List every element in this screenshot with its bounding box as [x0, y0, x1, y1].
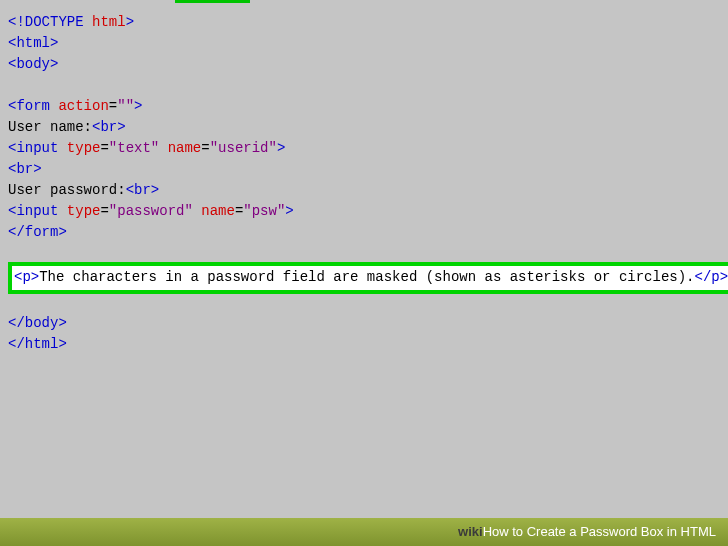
tag-input1-close: >: [277, 140, 285, 156]
tag-doctype-open: <!DOCTYPE: [8, 14, 84, 30]
tag-html-close: </html>: [8, 336, 67, 352]
tag-form-close: </form>: [8, 224, 67, 240]
attr-type1-val: "text": [109, 140, 159, 156]
tag-input1-open: <input: [8, 140, 58, 156]
attr-name2-val: "psw": [243, 203, 285, 219]
eq3: =: [201, 140, 209, 156]
attr-action: action: [50, 98, 109, 114]
tag-input2-open: <input: [8, 203, 58, 219]
text-userpassword-label: User password:: [8, 182, 126, 198]
tag-body-close: </body>: [8, 315, 67, 331]
footer-brand-prefix: wiki: [458, 524, 483, 539]
footer-bar: wikiHow to Create a Password Box in HTML: [0, 518, 728, 546]
text-paragraph: The characters in a password field are m…: [39, 269, 694, 285]
tag-body-open: <body>: [8, 56, 58, 72]
tag-doctype-close: >: [126, 14, 134, 30]
attr-name1: name: [159, 140, 201, 156]
tag-input2-close: >: [285, 203, 293, 219]
attr-type2-val: "password": [109, 203, 193, 219]
tag-html-open: <html>: [8, 35, 58, 51]
eq4: =: [100, 203, 108, 219]
attr-name1-val: "userid": [210, 140, 277, 156]
tag-form-close-a: >: [134, 98, 142, 114]
tag-br-3: <br>: [126, 182, 160, 198]
text-username-label: User name:: [8, 119, 92, 135]
eq2: =: [100, 140, 108, 156]
highlighted-paragraph-line: <p>The characters in a password field ar…: [8, 262, 728, 294]
tag-form-open: <form: [8, 98, 50, 114]
attr-type1: type: [58, 140, 100, 156]
attr-type2: type: [58, 203, 100, 219]
tag-p-open: <p>: [14, 269, 39, 285]
attr-name2: name: [193, 203, 235, 219]
footer-title: How to Create a Password Box in HTML: [483, 524, 716, 539]
attr-action-val: "": [117, 98, 134, 114]
tag-br-1: <br>: [92, 119, 126, 135]
attr-html: html: [84, 14, 126, 30]
top-green-accent: [175, 0, 250, 3]
tag-p-close: </p>: [695, 269, 728, 285]
eq1: =: [109, 98, 117, 114]
tag-br-2: <br>: [8, 161, 42, 177]
code-block: <!DOCTYPE html> <html> <body> <form acti…: [0, 0, 728, 367]
